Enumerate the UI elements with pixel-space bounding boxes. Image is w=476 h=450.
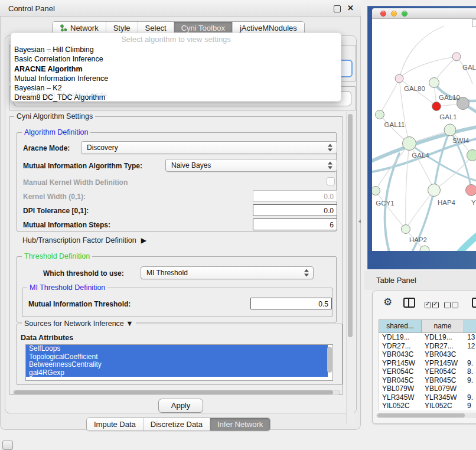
network-edge xyxy=(376,191,406,229)
gear-icon[interactable]: ⚙ xyxy=(383,296,392,308)
table-row[interactable]: YBL079WYBL079W xyxy=(379,384,476,393)
deselect-all-icon-2[interactable] xyxy=(452,302,458,308)
mi-threshold-label: Mutual Information Threshold: xyxy=(28,300,131,308)
table-row[interactable]: YDR27...YDR27...12 xyxy=(379,342,476,351)
node-label: GAL10 xyxy=(439,94,460,101)
table-body: YDL19...YDL19...13YDR27...YDR27...12YBR0… xyxy=(379,333,476,410)
table-horizontal-scrollbar[interactable] xyxy=(376,413,476,418)
algorithm-definition-group: Algorithm Definition Aracne Mode: Discov… xyxy=(17,132,337,231)
tab-infer-network[interactable]: Infer Network xyxy=(210,418,270,431)
network-canvas[interactable]: GAL80GAL10GAL1GAL11SWI4GAL4GCY1HAP4HAP2G… xyxy=(372,19,476,251)
float-window-icon[interactable] xyxy=(334,5,341,12)
mi-steps-field[interactable] xyxy=(253,219,337,230)
tab-label: Infer Network xyxy=(217,420,263,429)
column-header[interactable] xyxy=(464,320,476,332)
attribute-item[interactable]: SelfLoops xyxy=(26,345,328,353)
table-row[interactable]: YDL19...YDL19...13 xyxy=(379,333,476,342)
select-all-check-icon-2[interactable] xyxy=(432,302,439,308)
network-node[interactable] xyxy=(428,184,441,197)
column-header[interactable]: name xyxy=(422,320,464,332)
table-cell: YDR27... xyxy=(379,342,422,351)
network-node[interactable] xyxy=(467,150,476,161)
apply-button[interactable]: Apply xyxy=(158,399,203,413)
column-header[interactable]: shared... xyxy=(379,320,422,332)
algorithm-option[interactable]: Mutual Information Inference xyxy=(11,74,341,83)
manual-kernel-checkbox[interactable] xyxy=(327,177,335,185)
settings-horizontal-scrollbar[interactable] xyxy=(13,390,340,395)
threshold-definition-title: Threshold Definition xyxy=(22,252,92,260)
algorithm-option[interactable]: Bayesian – Hill Climbing xyxy=(11,45,341,54)
algorithm-dropdown-popup: Select algorithm to view settings Infere… xyxy=(11,32,341,102)
which-threshold-combo[interactable]: MI Threshold xyxy=(141,266,314,279)
control-panel-titlebar: Control Panel ✕ xyxy=(0,0,361,17)
mi-threshold-field[interactable] xyxy=(250,298,332,309)
network-node[interactable] xyxy=(466,185,476,196)
table-cell: YIL052C xyxy=(422,402,464,410)
sources-title: Sources for Network Inference ▼ xyxy=(22,319,136,328)
listbox-scrollbar-thumb[interactable] xyxy=(327,347,332,373)
table-row[interactable]: YPR145WYPR145W9. xyxy=(379,359,476,368)
network-tool-fragment[interactable] xyxy=(472,19,476,27)
table-cell: 12 xyxy=(464,342,476,351)
algorithm-option[interactable]: ARACNE Algorithm xyxy=(11,64,341,74)
network-node[interactable] xyxy=(452,53,461,61)
mi-type-value: Naive Bayes xyxy=(171,161,211,169)
which-threshold-label: Which threshold to use: xyxy=(43,269,124,278)
vertical-scrollbar-thumb[interactable] xyxy=(348,114,353,337)
table-cell: YBL079W xyxy=(379,384,422,393)
attribute-listbox[interactable]: SelfLoopsTopologicalCoefficientBetweenne… xyxy=(25,344,333,381)
close-icon[interactable]: ✕ xyxy=(347,4,354,12)
node-label: GAL1 xyxy=(439,113,457,120)
tab-label: Impute Data xyxy=(94,420,136,429)
minimize-traffic-light-icon[interactable] xyxy=(391,11,397,17)
kernel-width-field[interactable] xyxy=(253,190,337,202)
aracne-mode-combo[interactable]: Discovery xyxy=(81,141,337,154)
select-all-check-icon[interactable] xyxy=(425,302,431,308)
horizontal-scrollbar-thumb[interactable] xyxy=(14,390,333,394)
algorithm-option[interactable]: Dream8 DC_TDC Algorithm xyxy=(11,93,341,102)
network-node[interactable] xyxy=(376,110,384,119)
spinner-arrows-icon xyxy=(328,144,333,152)
algorithm-placeholder: Select algorithm to view settings xyxy=(11,35,341,44)
table-row[interactable]: YBR045CYBR045C9. xyxy=(379,376,476,385)
split-columns-icon[interactable] xyxy=(403,298,415,308)
settings-vertical-scrollbar[interactable] xyxy=(346,112,354,423)
table-scrollbar-thumb[interactable] xyxy=(377,413,465,418)
node-label: HAP4 xyxy=(438,199,456,206)
network-node[interactable] xyxy=(402,225,410,234)
pane-icon-partial[interactable] xyxy=(472,298,476,308)
table-panel-titlebar: Table Panel xyxy=(364,270,476,290)
algorithm-option[interactable]: Basic Correlation Inference xyxy=(11,54,341,64)
collapse-arrow-icon[interactable]: ▼ xyxy=(126,319,133,328)
hub-definition-toggle[interactable]: Hub/Transcription Factor Definition▶ xyxy=(22,236,146,244)
network-node[interactable] xyxy=(403,137,416,151)
table-cell: YIL052C xyxy=(379,402,422,410)
network-edge xyxy=(399,26,444,79)
splitter-collapse-icon[interactable] xyxy=(358,220,361,223)
attribute-item[interactable]: TopologicalCoefficient xyxy=(26,353,328,361)
mi-type-combo[interactable]: Naive Bayes xyxy=(165,159,337,172)
attribute-item[interactable]: gal4RGexp xyxy=(26,369,328,377)
node-label: GAL4 xyxy=(412,152,429,159)
close-traffic-light-icon[interactable] xyxy=(380,11,386,17)
expand-arrow-icon[interactable]: ▶ xyxy=(141,236,146,244)
dpi-tolerance-label: DPI Tolerance [0,1]: xyxy=(23,207,89,215)
table-row[interactable]: YBR043CYBR043C xyxy=(379,350,476,359)
network-node[interactable] xyxy=(372,187,380,195)
attribute-item[interactable]: BetweennessCentrality xyxy=(26,361,328,369)
network-node[interactable] xyxy=(432,102,441,111)
network-node[interactable] xyxy=(444,124,456,136)
zoom-traffic-light-icon[interactable] xyxy=(402,11,407,17)
network-node[interactable] xyxy=(429,78,439,88)
algorithm-option[interactable]: Bayesian – K2 xyxy=(11,83,341,93)
network-node[interactable] xyxy=(395,74,403,83)
minimized-panel-icon[interactable] xyxy=(2,441,13,450)
dpi-tolerance-field[interactable] xyxy=(253,204,337,216)
tab-label: Network xyxy=(70,24,99,32)
deselect-all-icon[interactable] xyxy=(444,302,451,308)
table-row[interactable]: YIL052CYIL052C9 xyxy=(379,402,476,410)
tab-impute-data[interactable]: Impute Data xyxy=(87,418,144,431)
tab-discretize-data[interactable]: Discretize Data xyxy=(144,418,210,431)
table-row[interactable]: YLR345WYLR345W9. xyxy=(379,393,476,402)
table-row[interactable]: YER054CYER054C8. xyxy=(379,367,476,376)
